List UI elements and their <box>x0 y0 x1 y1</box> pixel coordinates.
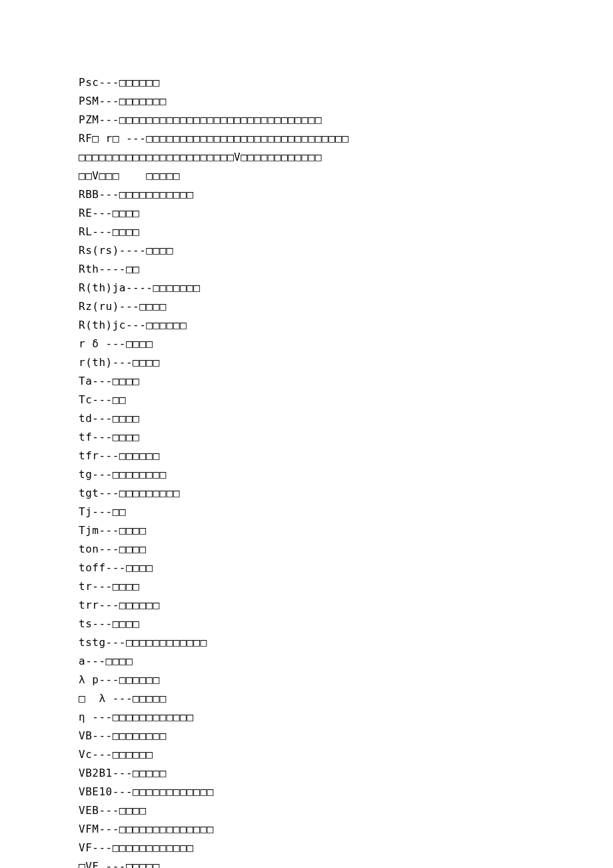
text-line: VEB---□□□□ <box>79 801 613 820</box>
document-page: Psc---□□□□□□ PSM---□□□□□□□ PZM---□□□□□□□… <box>0 0 613 868</box>
text-line: tstg---□□□□□□□□□□□□ <box>79 633 613 652</box>
text-line: VB---□□□□□□□□ <box>79 727 613 745</box>
text-line: tf---□□□□ <box>79 428 613 447</box>
text-line: VFM---□□□□□□□□□□□□□□ <box>79 820 613 839</box>
text-line: Vc---□□□□□□ <box>79 745 613 764</box>
text-line: RL---□□□□ <box>79 223 613 241</box>
text-line: Ta---□□□□ <box>79 372 613 391</box>
text-line: λ p---□□□□□□ <box>79 671 613 689</box>
text-line: □□□□□□□□□□□□□□□□□□□□□□□V□□□□□□□□□□□□ <box>79 148 613 167</box>
text-line: tr---□□□□ <box>79 577 613 596</box>
text-line: RE---□□□□ <box>79 204 613 223</box>
text-line: tgt---□□□□□□□□□ <box>79 484 613 503</box>
text-line: □ λ ---□□□□□ <box>79 689 613 708</box>
text-line: trr---□□□□□□ <box>79 596 613 615</box>
text-line: R(th)jc---□□□□□□ <box>79 316 613 335</box>
text-line: Tjm---□□□□ <box>79 521 613 540</box>
text-line: RF□ r□ ---□□□□□□□□□□□□□□□□□□□□□□□□□□□□□□ <box>79 129 613 148</box>
text-line: a---□□□□ <box>79 652 613 671</box>
text-line: tg---□□□□□□□□ <box>79 465 613 484</box>
text-line: ts---□□□□ <box>79 615 613 633</box>
text-line: r δ ---□□□□ <box>79 335 613 353</box>
text-line: VF---□□□□□□□□□□□□ <box>79 839 613 857</box>
text-line: VB2B1---□□□□□ <box>79 764 613 783</box>
text-line: □VF ---□□□□□ <box>79 857 613 868</box>
text-line: RBB---□□□□□□□□□□□ <box>79 185 613 204</box>
text-line: ton---□□□□ <box>79 540 613 559</box>
text-line: Tc---□□ <box>79 391 613 409</box>
text-line: VBE10---□□□□□□□□□□□□ <box>79 783 613 801</box>
text-line: PSM---□□□□□□□ <box>79 92 613 111</box>
text-line: r(th)---□□□□ <box>79 353 613 372</box>
text-line: Rz(ru)---□□□□ <box>79 297 613 316</box>
text-line: tfr---□□□□□□ <box>79 447 613 465</box>
text-line: PZM---□□□□□□□□□□□□□□□□□□□□□□□□□□□□□□ <box>79 111 613 129</box>
text-line: □□V□□□ □□□□□ <box>79 167 613 185</box>
text-line: toff---□□□□ <box>79 559 613 577</box>
text-line: R(th)ja----□□□□□□□ <box>79 279 613 297</box>
text-line: td---□□□□ <box>79 409 613 428</box>
text-line: η ---□□□□□□□□□□□□ <box>79 708 613 727</box>
text-line: Rth----□□ <box>79 260 613 279</box>
text-line: Psc---□□□□□□ <box>79 73 613 92</box>
text-line: Rs(rs)----□□□□ <box>79 241 613 260</box>
text-line: Tj---□□ <box>79 503 613 521</box>
